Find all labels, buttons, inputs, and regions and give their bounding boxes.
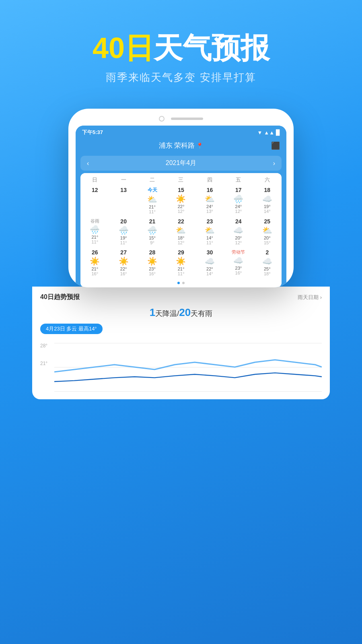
temp-low-w1c4: 11°: [196, 240, 223, 245]
cal-cell-w1c5[interactable]: 24☁️20°12°: [224, 217, 253, 247]
weekday-sat: 六: [253, 176, 282, 184]
temp-high-w0c2: 21°: [139, 204, 166, 209]
temp-high-w1c1: 19°: [110, 235, 137, 240]
chart-label-high: 28°: [40, 343, 47, 349]
share-icon[interactable]: ⬛: [271, 141, 280, 150]
calendar-nav: ‹ 2021年4月 ›: [80, 156, 282, 171]
summary-big-1: 1: [150, 306, 155, 318]
wifi-icon: ▼: [257, 130, 262, 136]
temp-high-w0c4: 24°: [196, 204, 223, 209]
weekday-sun: 日: [80, 176, 109, 184]
temp-high-w1c2: 15°: [139, 235, 166, 240]
temp-high-w1c0: 21°: [81, 235, 108, 239]
cal-cell-w2c1[interactable]: 27☀️22°16°: [109, 248, 138, 278]
hero-title-white: 天气预报: [154, 32, 269, 64]
cal-cell-w1c3[interactable]: 22⛅18°12°: [167, 217, 195, 247]
weather-icon-w2c4: ☁️: [196, 256, 223, 266]
temp-low-w0c4: 13°: [196, 209, 223, 214]
cal-cell-w2c6[interactable]: 2☁️25°18°: [253, 248, 282, 278]
hero-title-yellow: 40日: [93, 32, 154, 64]
weather-icon-w2c5: ☁️: [225, 256, 252, 265]
cal-cell-w2c5[interactable]: 劳动节☁️23°16°: [224, 248, 253, 278]
bottom-forecast: 40日趋势预报 雨天日期 › 1天降温/20天有雨 4月23日 多云 最高14°…: [32, 287, 330, 399]
temp-low-w2c3: 11°: [167, 271, 194, 276]
status-bar: 下午5:37 ▼ ▲▲ ▉: [76, 126, 286, 138]
cal-cell-w0c3[interactable]: 15☀️22°12°: [167, 186, 195, 216]
temp-high-w2c2: 23°: [139, 266, 166, 271]
weather-icon-w0c4: ⛅: [196, 194, 223, 204]
location-bar: 浦东 荣科路 📍 ⬛: [76, 138, 286, 153]
calendar-grid: 日 一 二 三 四 五 六 1213今天⛅21°11°15☀️22°12°16⛅…: [80, 173, 282, 287]
dot-1: [177, 282, 180, 284]
cal-cell-w0c6[interactable]: 18☁️19°14°: [253, 186, 282, 216]
cal-cell-w0c5[interactable]: 17🌧️24°12°: [224, 186, 253, 216]
summary-big-2: 20: [179, 306, 191, 318]
temp-high-w1c5: 20°: [225, 235, 252, 240]
temp-low-w2c1: 16°: [110, 271, 137, 276]
rainy-days-link[interactable]: 雨天日期 ›: [298, 294, 322, 301]
temp-low-w1c1: 11°: [110, 240, 137, 245]
temp-high-w2c3: 21°: [167, 266, 194, 271]
page-dots: [80, 279, 282, 287]
temp-low-w2c4: 14°: [196, 271, 223, 276]
hero-section: 40日天气预报 雨季来临天气多变 安排早打算: [0, 0, 362, 101]
hero-subtitle: 雨季来临天气多变 安排早打算: [0, 70, 362, 85]
signal-icon: ▲▲: [264, 130, 274, 136]
weather-icon-w1c0: 🌧️: [81, 225, 108, 234]
temp-low-w0c2: 11°: [139, 209, 166, 214]
cal-cell-w1c4[interactable]: 23⛅14°11°: [195, 217, 224, 247]
hero-title: 40日天气预报: [0, 32, 362, 64]
weather-icon-w0c2: ⛅: [139, 194, 166, 204]
phone-screen: 下午5:37 ▼ ▲▲ ▉ 浦东 荣科路 📍 ⬛ ‹ 2021年4月 ›: [76, 126, 286, 287]
cal-cell-w0c4[interactable]: 16⛅24°13°: [195, 186, 224, 216]
cal-cell-w0c1[interactable]: 13: [109, 186, 138, 216]
chart-label-low: 21°: [40, 361, 47, 366]
cal-cell-w2c0[interactable]: 26☀️21°16°: [80, 248, 109, 278]
summary-text-2: 天有雨: [191, 310, 212, 318]
weather-icon-w1c6: ⛅: [254, 225, 281, 235]
temp-high-w2c6: 25°: [254, 266, 281, 271]
temp-low-w1c6: 15°: [254, 240, 281, 245]
cal-cell-w2c4[interactable]: 30☁️22°14°: [195, 248, 224, 278]
weather-icon-w1c5: ☁️: [225, 225, 252, 235]
temp-high-w2c5: 23°: [225, 266, 252, 270]
location-name: 浦东 荣科路: [159, 141, 195, 150]
chart-svg: [54, 343, 322, 391]
status-icons: ▼ ▲▲ ▉: [257, 130, 280, 136]
weekday-fri: 五: [224, 176, 253, 184]
dot-2: [182, 282, 185, 284]
cal-cell-w1c1[interactable]: 20🌧️19°11°: [109, 217, 138, 247]
temp-low-w0c5: 12°: [225, 209, 252, 214]
phone-speaker: [171, 118, 203, 120]
cal-cell-w1c2[interactable]: 21🌧️15°9°: [138, 217, 167, 247]
temp-high-w2c1: 22°: [110, 266, 137, 271]
weather-icon-w0c3: ☀️: [167, 194, 194, 204]
weekday-mon: 一: [109, 176, 138, 184]
temp-low-w1c5: 12°: [225, 240, 252, 245]
temp-low-w2c6: 18°: [254, 271, 281, 276]
status-time: 下午5:37: [82, 129, 103, 136]
weather-icon-w1c4: ⛅: [196, 225, 223, 235]
battery-icon: ▉: [276, 130, 280, 136]
cal-week-0: 1213今天⛅21°11°15☀️22°12°16⛅24°13°17🌧️24°1…: [80, 185, 282, 217]
cal-cell-w1c6[interactable]: 25⛅20°15°: [253, 217, 282, 247]
cal-cell-w0c2[interactable]: 今天⛅21°11°: [138, 186, 167, 216]
prev-month-button[interactable]: ‹: [87, 160, 89, 167]
cal-cell-w1c0[interactable]: 谷雨🌧️21°11°: [80, 217, 109, 247]
temp-low-w0c3: 12°: [167, 209, 194, 214]
next-month-button[interactable]: ›: [273, 160, 275, 167]
forecast-title: 40日趋势预报: [40, 293, 80, 301]
weather-icon-w2c2: ☀️: [139, 256, 166, 266]
weather-icon-w2c3: ☀️: [167, 256, 194, 266]
cal-week-2: 26☀️21°16°27☀️22°16°28☀️23°16°29☀️21°11°…: [80, 248, 282, 279]
cal-cell-w0c0[interactable]: 12: [80, 186, 109, 216]
forecast-summary: 1天降温/20天有雨: [40, 306, 322, 319]
temp-low-w2c2: 16°: [139, 271, 166, 276]
cal-cell-w2c3[interactable]: 29☀️21°11°: [167, 248, 195, 278]
calendar-header: 日 一 二 三 四 五 六: [80, 173, 282, 185]
month-label: 2021年4月: [166, 159, 197, 167]
weekday-wed: 三: [167, 176, 195, 184]
cal-cell-w2c2[interactable]: 28☀️23°16°: [138, 248, 167, 278]
weekday-thu: 四: [195, 176, 224, 184]
weather-icon-w1c2: 🌧️: [139, 225, 166, 235]
